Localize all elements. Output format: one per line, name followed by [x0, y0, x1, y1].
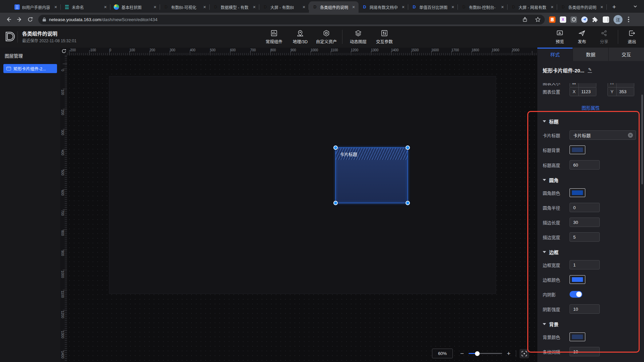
share-page-icon[interactable] [522, 17, 528, 22]
back-button[interactable] [4, 15, 13, 24]
browser-tab[interactable]: BI用户手册内容 ✕ [11, 1, 61, 13]
browser-tab[interactable]: 有数BI-可视化 ✕ [160, 1, 210, 13]
inspector-tab[interactable]: 样式 [537, 48, 573, 61]
preview-button[interactable]: 预览 [549, 29, 571, 45]
tab-close-icon[interactable]: ✕ [351, 4, 356, 10]
extension-x-icon[interactable]: X [560, 16, 566, 23]
new-tab-button[interactable]: + [609, 2, 619, 12]
resize-handle-top-right[interactable] [406, 145, 410, 150]
tool-custom-assets[interactable]: 自定义资产 [313, 29, 339, 45]
ruler-tick-label: 200 [61, 110, 64, 115]
tab-close-icon[interactable]: ✕ [152, 4, 158, 10]
inspector-tab[interactable]: 交互 [609, 48, 644, 61]
stroke-width-input[interactable]: 5 [570, 232, 600, 242]
section-corner-header[interactable]: 圆角 [543, 176, 639, 184]
tool-regular-components[interactable]: 常规组件 [261, 29, 287, 45]
tab-close-icon[interactable]: ✕ [549, 4, 555, 10]
browser-menu-icon[interactable] [627, 15, 631, 24]
bookmark-star-icon[interactable] [535, 17, 541, 22]
inner-shadow-label: 内阴影 [543, 291, 570, 298]
tab-favicon [461, 4, 467, 10]
tab-close-icon[interactable]: ✕ [103, 4, 108, 10]
browser-tab[interactable]: 基本柱状图 ✕ [110, 1, 160, 13]
tab-close-icon[interactable]: ✕ [53, 4, 58, 10]
corner-radius-input[interactable]: 0 [570, 203, 600, 212]
browser-tab[interactable]: 大屏 - 有数BI ✕ [259, 1, 309, 13]
x-position-input[interactable]: X 1123 [570, 87, 596, 96]
section-background-header[interactable]: 背景 [543, 320, 639, 328]
tab-close-icon[interactable]: ✕ [202, 4, 207, 10]
browser-tab[interactable]: 各类组件的说明 ✕ [557, 1, 607, 13]
canvas-area[interactable]: -200-10001002003004005006007008009001000… [60, 48, 537, 362]
exit-button[interactable]: 退出 [621, 29, 643, 45]
shadow-strength-input[interactable]: 10 [570, 304, 600, 314]
zoom-slider[interactable] [469, 353, 502, 354]
corner-color-picker[interactable] [570, 188, 585, 197]
tab-close-icon[interactable]: ✕ [400, 4, 406, 10]
tool-geo-3d[interactable]: 地理/3D [287, 29, 313, 45]
extension-hui-icon[interactable]: 惠 [549, 16, 555, 23]
resize-handle-bottom-left[interactable] [333, 201, 338, 205]
address-bar[interactable]: netease.youdata.163.com/dash/newScreen/e… [38, 15, 545, 24]
section-title-header[interactable]: 标题 [543, 118, 639, 125]
browser-tab[interactable]: 网易有数文档中 ✕ [359, 1, 408, 13]
side-panel-icon[interactable] [603, 16, 609, 23]
resize-handle-top-left[interactable] [333, 145, 338, 150]
browser-tab[interactable]: 单值百分比饼图 ✕ [408, 1, 458, 13]
card-title-input[interactable]: 卡片标题 ✕ [570, 130, 636, 140]
extension-capture-icon[interactable] [571, 16, 577, 23]
zoom-slider-knob[interactable] [475, 351, 480, 356]
zoom-level-box[interactable]: 60% [432, 349, 453, 358]
rename-pencil-icon[interactable]: ✎ [588, 67, 592, 73]
border-color-picker[interactable] [570, 275, 585, 284]
reload-button[interactable] [25, 15, 35, 24]
fit-to-screen-button[interactable] [520, 349, 529, 358]
tab-close-icon[interactable]: ✕ [599, 4, 604, 10]
clear-input-icon[interactable]: ✕ [628, 133, 633, 138]
browser-tab[interactable]: 有数BI-控制台- ✕ [458, 1, 507, 13]
title-height-input[interactable]: 60 [570, 160, 600, 170]
profile-avatar[interactable]: 汪 [613, 15, 623, 24]
tab-close-icon[interactable]: ✕ [301, 4, 307, 10]
zoom-out-button[interactable]: − [457, 350, 467, 357]
tool-interaction-params[interactable]: 交互参数 [371, 29, 397, 45]
title-bg-color-picker[interactable] [570, 145, 585, 154]
stripe-gap-input[interactable]: 10 [570, 347, 600, 356]
height-input[interactable]: H [607, 83, 634, 87]
zoom-in-button[interactable]: + [503, 350, 514, 357]
tab-search-chevron-icon[interactable] [633, 4, 638, 9]
tool-label: 常规组件 [266, 38, 282, 45]
graphic-properties-link[interactable]: 图形属性 [582, 104, 600, 111]
tab-close-icon[interactable]: ✕ [252, 4, 257, 10]
action-label: 预览 [555, 38, 564, 45]
background-color-picker[interactable] [570, 333, 585, 341]
tab-close-icon[interactable]: ✕ [500, 4, 505, 10]
y-position-input[interactable]: Y 353 [607, 87, 634, 96]
extension-bird-icon[interactable] [581, 16, 588, 23]
inspector-tab[interactable]: 数据 [573, 48, 608, 61]
browser-tab-strip: BI用户手册内容 ✕ 未命名 ✕ 基本柱状图 ✕ 有数BI-可视 [0, 0, 644, 13]
section-heading: 背景 [549, 321, 558, 327]
share-button[interactable]: 分享 [593, 29, 615, 45]
tab-favicon [263, 4, 268, 10]
inner-shadow-toggle[interactable] [570, 291, 582, 298]
width-input[interactable]: W [570, 83, 596, 87]
tool-dynamic-layers[interactable]: 动态图层 [345, 29, 371, 45]
reset-rotation-icon[interactable] [61, 49, 66, 54]
border-width-input[interactable]: 1 [570, 260, 600, 269]
section-border-header[interactable]: 边框 [543, 248, 639, 256]
publish-button[interactable]: 发布 [571, 29, 593, 45]
inspector-scrollbar-thumb[interactable] [641, 95, 643, 184]
layer-item-selected[interactable]: 矩形卡片组件-2... [3, 64, 57, 73]
stroke-length-input[interactable]: 30 [570, 218, 600, 227]
browser-tab[interactable]: 数据模型 - 有数 ✕ [210, 1, 259, 13]
browser-tab[interactable]: 未命名 ✕ [61, 1, 110, 13]
browser-tab[interactable]: 大屏 - 网易有数 ✕ [507, 1, 557, 13]
selected-card-component[interactable]: 卡片标题 [335, 147, 408, 203]
design-artboard[interactable] [109, 76, 496, 294]
forward-button[interactable] [15, 15, 24, 24]
tab-close-icon[interactable]: ✕ [450, 4, 455, 10]
extensions-puzzle-icon[interactable] [592, 16, 598, 23]
resize-handle-bottom-right[interactable] [406, 201, 410, 205]
browser-tab[interactable]: 各类组件的说明 ✕ [309, 1, 359, 13]
